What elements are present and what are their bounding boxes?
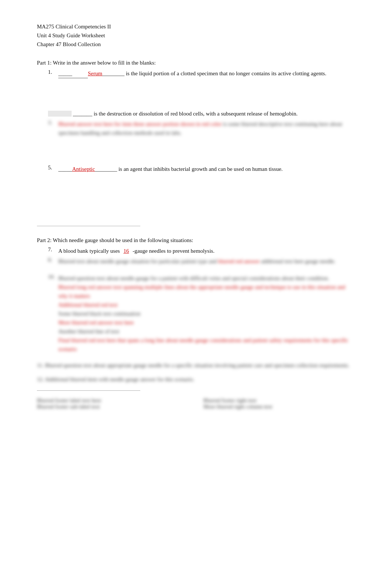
footer-left: Blurred footer label text here Blurred f… [37,397,189,410]
list-item: 1. _____Serum________ is the liquid port… [48,69,355,78]
course-line: MA275 Clinical Competencies II [37,22,355,31]
item2-text: is the destruction or dissolution of red… [94,111,298,117]
blank-prefix: _____ [58,69,88,78]
part1-title: Part 1: Write in the answer below to fil… [37,60,355,66]
chapter-line: Chapter 47 Blood Collection [37,40,355,49]
answer-antiseptic: Antiseptic [72,166,95,172]
footer-area: Blurred footer label text here Blurred f… [37,397,355,410]
list-item-10: 10. Blurred question text about needle g… [48,274,355,353]
item-content-8: Blurred text about needle gauge situatio… [58,257,355,266]
list-item-12: 12. Additional blurred item with needle … [37,375,355,384]
item-content-12: 12. Additional blurred item with needle … [37,375,355,384]
document-container: MA275 Clinical Competencies II Unit 4 St… [37,22,355,410]
item-content-5: _____Antiseptic________ is an agent that… [58,165,355,173]
blank-after-highlight: _______ [73,111,93,117]
item-num: 1. [48,69,56,75]
item-num-7: 7. [48,246,56,253]
item-content-10: Blurred question text about needle gauge… [58,274,355,353]
blank-suffix: ________ [102,70,124,76]
list-item-blurred-3: 3. Blurred answer text here for item thr… [48,120,355,137]
doc-header: MA275 Clinical Competencies II Unit 4 St… [37,22,355,49]
item-content-11: 11. Blurred question text about appropri… [37,361,355,370]
unit-line: Unit 4 Study Guide Worksheet [37,31,355,40]
blank-prefix-5: _____ [58,166,72,172]
blank-suffix-5: ________ [95,166,117,172]
list-item: _______ is the destruction or dissolutio… [48,109,355,118]
highlighted-blank [48,111,72,117]
part1-section: Part 1: Write in the answer below to fil… [37,60,355,226]
list-item-5: 5. _____Antiseptic________ is an agent t… [48,165,355,173]
item-num-10: 10. [48,274,56,280]
answer-16: 16 [123,248,129,254]
item-num-3: 3. [48,120,56,126]
list-item-11: 11. Blurred question text about appropri… [37,361,355,370]
part2-section: Part 2: Which needle gauge should be use… [37,237,355,410]
item-content-7: A blood bank typically uses 16 -gauge ne… [58,246,355,255]
list-item-7: 7. A blood bank typically uses 16 -gauge… [48,246,355,255]
section-divider [37,226,140,226]
footer-divider [37,390,140,391]
item-num-8: 8. [48,257,56,263]
item-content-3: Blurred answer text here for item three … [58,120,355,137]
answer-serum: Serum [88,70,102,76]
item-content: _____Serum________ is the liquid portion… [58,69,355,78]
item-content-2: _______ is the destruction or dissolutio… [48,109,355,118]
item-num-5: 5. [48,165,56,171]
footer-right: Blurred footer right text More blurred r… [203,397,355,410]
part2-title: Part 2: Which needle gauge should be use… [37,237,355,244]
list-item-8: 8. Blurred text about needle gauge situa… [48,257,355,266]
